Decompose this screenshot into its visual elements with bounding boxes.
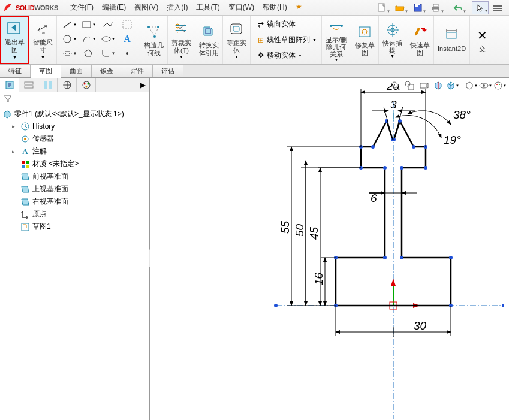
plane-icon bbox=[20, 172, 30, 182]
tree-root-part[interactable]: 零件1 (默认<<默认>_显示状态 1>) bbox=[0, 108, 149, 120]
part-icon bbox=[2, 110, 12, 119]
menu-search-icon[interactable]: ★ bbox=[296, 2, 302, 13]
svg-text:38°: 38° bbox=[453, 108, 471, 121]
tree-history[interactable]: ▸ History bbox=[0, 120, 149, 132]
menu-window[interactable]: 窗口(W) bbox=[228, 2, 254, 13]
point-tool[interactable] bbox=[119, 47, 135, 60]
pattern-icon: ⊞ bbox=[255, 36, 266, 44]
svg-rect-58 bbox=[22, 161, 25, 164]
svg-rect-60 bbox=[22, 165, 25, 168]
svg-text:45: 45 bbox=[308, 226, 320, 240]
tab-surface[interactable]: 曲面 bbox=[61, 65, 92, 77]
tree-right-plane[interactable]: 右视基准面 bbox=[0, 195, 149, 208]
svg-text:3: 3 bbox=[390, 98, 397, 111]
snap-button[interactable]: 快速捕 捉 ▼ bbox=[379, 16, 406, 64]
tree-material[interactable]: 材质 <未指定> bbox=[0, 158, 149, 170]
move-button[interactable]: ✥移动实体▼ bbox=[253, 47, 319, 63]
slot-tool[interactable]: ▼ bbox=[62, 47, 77, 60]
panel-tab-config[interactable] bbox=[38, 78, 58, 92]
svg-rect-17 bbox=[64, 52, 71, 55]
svg-point-24 bbox=[153, 35, 156, 38]
main-menu: 文件(F) 编辑(E) 视图(V) 插入(I) 工具(T) 窗口(W) 帮助(H… bbox=[64, 2, 302, 13]
tree-top-plane[interactable]: 上视基准面 bbox=[0, 183, 149, 195]
select-button[interactable]: ▼ bbox=[472, 1, 489, 14]
feature-tree: 零件1 (默认<<默认>_显示状态 1>) ▸ History 传感器 ▸ A … bbox=[0, 105, 149, 235]
svg-rect-47 bbox=[49, 81, 52, 89]
convert-button[interactable]: 转换实 体引用 bbox=[195, 16, 223, 64]
panel-tab-property[interactable] bbox=[19, 78, 38, 92]
fillet-tool[interactable]: ▼ bbox=[100, 47, 116, 60]
panel-expand-button[interactable]: ▶ bbox=[137, 78, 149, 92]
options-button[interactable] bbox=[490, 1, 507, 14]
circle-tool[interactable]: ▼ bbox=[62, 32, 77, 46]
spline-tool[interactable] bbox=[100, 18, 116, 31]
menu-help[interactable]: 帮助(H) bbox=[263, 2, 287, 13]
svg-rect-44 bbox=[25, 82, 33, 84]
intersect-button[interactable]: ✕ 交 bbox=[470, 16, 494, 64]
solidworks-logo-icon bbox=[2, 2, 14, 14]
tab-sheet-metal[interactable]: 钣金 bbox=[92, 65, 122, 77]
menu-file[interactable]: 文件(F) bbox=[70, 2, 94, 13]
offset-button[interactable]: 等距实 体 ▼ bbox=[223, 16, 251, 64]
tree-sketch1[interactable]: 草图1 bbox=[0, 220, 149, 233]
panel-tab-feature-tree[interactable] bbox=[0, 78, 19, 92]
print-button[interactable]: ▼ bbox=[427, 1, 444, 14]
text-tool[interactable]: A bbox=[119, 32, 135, 46]
new-button[interactable]: ▼ bbox=[374, 1, 390, 14]
repair-sketch-button[interactable]: 修复草 图 bbox=[351, 16, 379, 64]
tree-front-plane[interactable]: 前视基准面 bbox=[0, 170, 149, 183]
panel-tab-dim[interactable] bbox=[58, 78, 77, 92]
rectangle-tool[interactable]: ▼ bbox=[81, 18, 97, 31]
open-button[interactable]: ▼ bbox=[391, 1, 408, 14]
svg-point-54 bbox=[85, 86, 87, 87]
linear-pattern-button[interactable]: ⊞线性草图阵列▼ bbox=[253, 32, 319, 48]
tree-root-label: 零件1 (默认<<默认>_显示状态 1>) bbox=[14, 109, 124, 119]
sketch-entities-group: ▼ ▼ ▼ ▼ ▼ A ▼ ▼ bbox=[57, 16, 140, 64]
tree-annotations[interactable]: ▸ A 注解 bbox=[0, 145, 149, 158]
command-manager-tabs: 特征 草图 曲面 钣金 焊件 评估 bbox=[0, 65, 509, 78]
menu-tools[interactable]: 工具(T) bbox=[196, 2, 219, 13]
tab-feature[interactable]: 特征 bbox=[0, 65, 31, 77]
save-button[interactable]: ▼ bbox=[409, 1, 426, 14]
tab-sketch[interactable]: 草图 bbox=[31, 65, 61, 78]
mirror-button[interactable]: ⇄镜向实体 bbox=[253, 17, 319, 32]
smart-dimension-button[interactable]: ø 智能尺 寸 ▼ bbox=[29, 16, 57, 64]
svg-point-15 bbox=[64, 35, 71, 43]
sketch-drawing: 20 3 38° 19° 6 55 50 45 16 bbox=[216, 84, 504, 419]
menu-insert[interactable]: 插入(I) bbox=[167, 2, 188, 13]
construction-geometry-button[interactable]: 构造几 何线 bbox=[140, 16, 168, 64]
polygon-tool[interactable] bbox=[81, 47, 97, 60]
arc-tool[interactable]: ▼ bbox=[81, 32, 97, 46]
tab-weldment[interactable]: 焊件 bbox=[122, 65, 153, 77]
tree-origin[interactable]: 原点 bbox=[0, 208, 149, 220]
exit-sketch-button[interactable]: 退出草 图 ▼ bbox=[0, 16, 29, 64]
tree-sensors[interactable]: 传感器 bbox=[0, 132, 149, 145]
menu-edit[interactable]: 编辑(E) bbox=[102, 2, 126, 13]
svg-rect-59 bbox=[26, 161, 29, 164]
mirror-icon: ⇄ bbox=[255, 20, 266, 29]
graphics-viewport[interactable]: ▼ ▼ ▼ ▼ bbox=[150, 78, 509, 420]
svg-text:20: 20 bbox=[386, 84, 400, 92]
expand-icon[interactable]: ▸ bbox=[12, 123, 18, 129]
svg-point-102 bbox=[383, 256, 387, 259]
undo-button[interactable]: ▼ bbox=[450, 1, 466, 14]
tab-evaluate[interactable]: 评估 bbox=[153, 65, 183, 77]
ellipse-tool[interactable]: ▼ bbox=[100, 32, 116, 46]
instant2d-button[interactable]: Instant2D bbox=[434, 16, 470, 64]
rapid-sketch-button[interactable]: 快速草 图 bbox=[406, 16, 434, 64]
line-tool[interactable]: ▼ bbox=[62, 18, 77, 31]
hole-tool[interactable] bbox=[119, 18, 135, 31]
expand-icon[interactable]: ▸ bbox=[12, 149, 18, 155]
svg-rect-6 bbox=[433, 9, 438, 11]
quick-access-toolbar: ▼ ▼ ▼ ▼ ▼ ▼ bbox=[374, 1, 507, 14]
trim-button[interactable]: 剪裁实 体(T) ▼ bbox=[168, 16, 195, 64]
display-relations-button[interactable]: 显示/删 除几何 关系 ▼ bbox=[322, 16, 351, 64]
tree-filter[interactable] bbox=[0, 92, 149, 105]
svg-rect-14 bbox=[123, 20, 131, 29]
svg-point-91 bbox=[424, 166, 427, 170]
construction-icon bbox=[146, 23, 162, 40]
menu-view[interactable]: 视图(V) bbox=[134, 2, 158, 13]
top-menu-bar: SOLIDWORKS 文件(F) 编辑(E) 视图(V) 插入(I) 工具(T)… bbox=[0, 0, 509, 16]
panel-tab-appearance[interactable] bbox=[77, 78, 96, 92]
svg-rect-46 bbox=[44, 81, 47, 89]
